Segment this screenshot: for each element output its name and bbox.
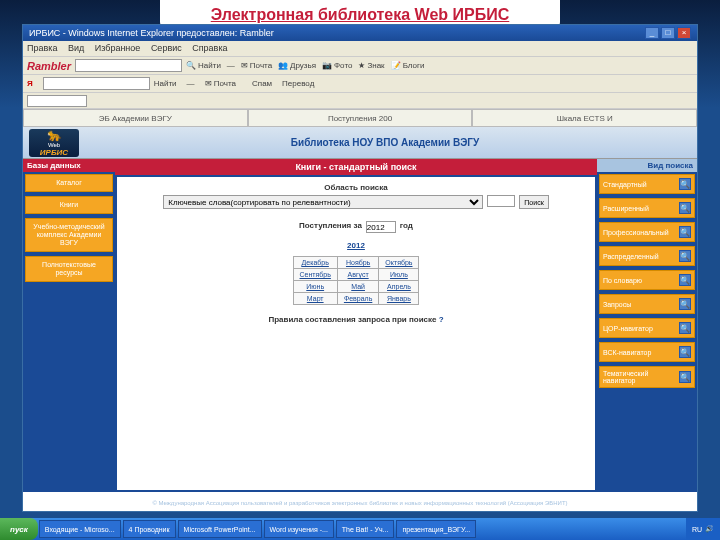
search-area-label: Область поиска xyxy=(324,183,388,192)
start-button[interactable]: пуск xyxy=(0,518,38,540)
slide-title: Электронная библиотека Web ИРБИС xyxy=(160,0,560,26)
menu-item[interactable]: Правка xyxy=(27,43,57,53)
search-type-dictionary[interactable]: По словарю🔍 xyxy=(599,270,695,290)
yandex-search-input[interactable] xyxy=(43,77,150,90)
right-sidebar: Вид поиска Стандартный🔍 Расширенный🔍 Про… xyxy=(597,159,697,492)
sidebar-item-fulltext[interactable]: Полнотекстовые ресурсы xyxy=(25,256,113,282)
tray-icon[interactable]: 🔊 xyxy=(705,525,714,533)
menu-item[interactable]: Справка xyxy=(192,43,227,53)
month-link[interactable]: Январь xyxy=(379,293,419,305)
sidebar-item-umk[interactable]: Учебно-методический комплекс Академии ВЭ… xyxy=(25,218,113,252)
right-heading: Вид поиска xyxy=(597,159,697,172)
page-tabs: ЭБ Академии ВЭГУ Поступления 200 Шкала E… xyxy=(23,109,697,127)
search-type-distributed[interactable]: Распределенный🔍 xyxy=(599,246,695,266)
tab[interactable]: Шкала ECTS И xyxy=(472,109,697,127)
window-titlebar: ИРБИС - Windows Internet Explorer предос… xyxy=(23,25,697,41)
search-icon: 🔍 xyxy=(679,371,691,383)
association-footer: © Международная Ассоциация пользователей… xyxy=(23,492,697,511)
month-link[interactable]: Июль xyxy=(379,269,419,281)
irbis-logo: 🐆 Web ИРБИС xyxy=(29,129,79,157)
month-link[interactable]: Ноябрь xyxy=(337,257,378,269)
menu-item[interactable]: Вид xyxy=(68,43,84,53)
search-type-queries[interactable]: Запросы🔍 xyxy=(599,294,695,314)
month-link[interactable]: Декабрь xyxy=(293,257,337,269)
toolbar-sign-icon[interactable]: ★ Знак xyxy=(358,61,384,70)
toolbar-find-icon[interactable]: 🔍 Найти xyxy=(186,61,221,70)
library-title: Библиотека НОУ ВПО Академии ВЭГУ xyxy=(79,137,691,148)
task-item[interactable]: Word изучения -... xyxy=(264,520,334,538)
address-bar xyxy=(23,93,697,109)
menu-item[interactable]: Сервис xyxy=(151,43,182,53)
task-item[interactable]: презентация_ВЭГУ... xyxy=(396,520,476,538)
search-field-select[interactable]: Ключевые слова(сортировать по релевантно… xyxy=(163,195,483,209)
search-type-cor[interactable]: ЦОР-навигатор🔍 xyxy=(599,318,695,338)
month-link[interactable]: Март xyxy=(293,293,337,305)
search-type-vsk[interactable]: ВСК-навигатор🔍 xyxy=(599,342,695,362)
search-icon: 🔍 xyxy=(679,178,691,190)
address-input[interactable] xyxy=(27,95,87,107)
toolbar-blogs-icon[interactable]: 📝 Блоги xyxy=(391,61,425,70)
search-icon: 🔍 xyxy=(679,202,691,214)
yandex-mail[interactable]: ✉ Почта xyxy=(205,79,242,88)
close-button[interactable]: × xyxy=(677,27,691,39)
toolbar-sep: — xyxy=(227,61,235,70)
search-icon: 🔍 xyxy=(679,226,691,238)
tab[interactable]: ЭБ Академии ВЭГУ xyxy=(23,109,248,127)
browser-window: ИРБИС - Windows Internet Explorer предос… xyxy=(22,24,698,512)
yandex-find[interactable]: Найти xyxy=(154,79,177,88)
search-icon: 🔍 xyxy=(679,298,691,310)
yandex-toolbar: Я Найти — ✉ Почта Спам Перевод xyxy=(23,75,697,93)
month-link[interactable]: Июнь xyxy=(293,281,337,293)
taskbar: пуск Входящие - Microso... 4 Проводник M… xyxy=(0,518,720,540)
toolbar-photo-icon[interactable]: 📷 Фото xyxy=(322,61,352,70)
search-icon: 🔍 xyxy=(679,322,691,334)
window-title: ИРБИС - Windows Internet Explorer предос… xyxy=(29,28,274,38)
month-link[interactable]: Октябрь xyxy=(379,257,419,269)
rambler-toolbar: Rambler 🔍 Найти — ✉ Почта 👥 Друзья 📷 Фот… xyxy=(23,57,697,75)
month-link[interactable]: Сентябрь xyxy=(293,269,337,281)
left-sidebar: Базы данных Каталог Книги Учебно-методич… xyxy=(23,159,115,492)
month-link[interactable]: Апрель xyxy=(379,281,419,293)
rules-link[interactable]: Правила составления запроса при поиске ? xyxy=(268,315,443,324)
task-item[interactable]: Входящие - Microso... xyxy=(39,520,121,538)
search-icon: 🔍 xyxy=(679,250,691,262)
maximize-button[interactable]: □ xyxy=(661,27,675,39)
menu-item[interactable]: Избранное xyxy=(95,43,141,53)
months-table: ДекабрьНоябрьОктябрь СентябрьАвгустИюль … xyxy=(293,256,420,305)
menubar: Правка Вид Избранное Сервис Справка xyxy=(23,41,697,57)
search-button[interactable]: Поиск xyxy=(519,195,548,209)
toolbar-friends-icon[interactable]: 👥 Друзья xyxy=(278,61,316,70)
sidebar-item-books[interactable]: Книги xyxy=(25,196,113,214)
rambler-logo: Rambler xyxy=(27,60,71,72)
search-heading: Книги - стандартный поиск xyxy=(115,159,597,175)
search-type-standard[interactable]: Стандартный🔍 xyxy=(599,174,695,194)
task-item[interactable]: Тhe Bat! - Уч... xyxy=(336,520,395,538)
sidebar-item-catalog[interactable]: Каталог xyxy=(25,174,113,192)
month-link[interactable]: Февраль xyxy=(337,293,378,305)
arrivals-label: Поступления за xyxy=(299,221,362,233)
search-limit-input[interactable] xyxy=(487,195,515,207)
irbis-cat-icon: 🐆 xyxy=(47,128,62,142)
task-item[interactable]: 4 Проводник xyxy=(123,520,176,538)
left-heading: Базы данных xyxy=(23,159,115,172)
yandex-logo: Я xyxy=(27,79,33,88)
toolbar-mail-icon[interactable]: ✉ Почта xyxy=(241,61,272,70)
search-type-advanced[interactable]: Расширенный🔍 xyxy=(599,198,695,218)
minimize-button[interactable]: _ xyxy=(645,27,659,39)
system-tray: RU 🔊 xyxy=(686,518,720,540)
rambler-search-input[interactable] xyxy=(75,59,182,72)
yandex-spam[interactable]: Спам xyxy=(252,79,272,88)
tab[interactable]: Поступления 200 xyxy=(248,109,473,127)
year-link[interactable]: 2012 xyxy=(347,241,365,250)
search-icon: 🔍 xyxy=(679,274,691,286)
arrivals-year-input[interactable] xyxy=(366,221,396,233)
center-panel: Книги - стандартный поиск Область поиска… xyxy=(115,159,597,492)
lang-indicator[interactable]: RU xyxy=(692,526,702,533)
search-icon: 🔍 xyxy=(679,346,691,358)
month-link[interactable]: Август xyxy=(337,269,378,281)
search-type-thematic[interactable]: Тематический навигатор🔍 xyxy=(599,366,695,388)
search-type-professional[interactable]: Профессиональный🔍 xyxy=(599,222,695,242)
task-item[interactable]: Microsoft PowerPoint... xyxy=(178,520,262,538)
month-link[interactable]: Май xyxy=(337,281,378,293)
yandex-translate[interactable]: Перевод xyxy=(282,79,314,88)
